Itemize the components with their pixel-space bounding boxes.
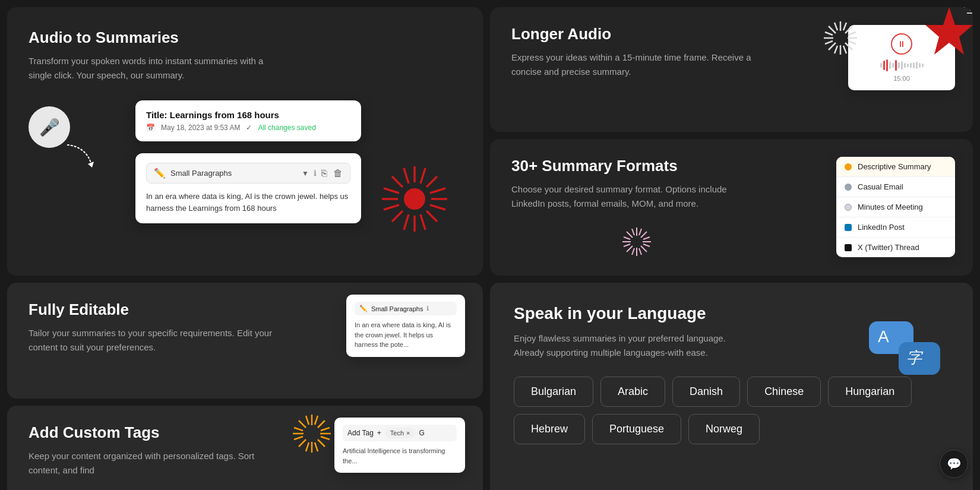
chevron-down-icon: ▼ [302, 169, 309, 178]
audio-summaries-title: Audio to Summaries [29, 29, 461, 47]
lang-badge-chinese[interactable]: Chinese [747, 377, 821, 407]
svg-line-33 [843, 46, 846, 53]
format-dot-gray2 [845, 204, 852, 211]
burst-pink-decoration [621, 226, 653, 261]
svg-line-62 [306, 416, 309, 425]
tag-close-icon[interactable]: × [406, 429, 410, 437]
svg-point-1 [404, 188, 425, 210]
translate-icon-group: A 字 [866, 312, 943, 386]
waveform [858, 59, 946, 71]
star-decoration [922, 7, 973, 60]
note-meta: 📅 May 18, 2023 at 9:53 AM ✓ All changes … [146, 124, 350, 132]
language-desc: Enjoy flawless summaries in your preferr… [514, 331, 751, 360]
format-item-linkedin[interactable]: LinkedIn Post [836, 217, 955, 238]
chat-icon: 💬 [947, 457, 962, 471]
svg-line-43 [641, 232, 647, 238]
svg-line-63 [315, 416, 318, 425]
lang-badge-portuguese[interactable]: Portuguese [592, 414, 681, 444]
svg-line-65 [315, 442, 318, 451]
starburst-white-decoration [821, 19, 860, 60]
format-dot-gray [845, 184, 852, 191]
format-minutes-label: Minutes of Meeting [858, 203, 923, 211]
fully-editable-card: Fully Editable Tailor your summaries to … [7, 283, 483, 399]
audio-summaries-card: Audio to Summaries Transform your spoken… [7, 7, 483, 276]
pencil-small-icon: ✏️ [359, 305, 368, 312]
svg-line-61 [318, 440, 325, 447]
svg-line-29 [845, 43, 852, 50]
svg-line-27 [845, 26, 852, 33]
svg-line-37 [848, 41, 856, 44]
summary-formats-title: 30+ Summary Formats [511, 157, 824, 175]
trash-icon[interactable]: 🗑 [333, 168, 343, 179]
svg-line-49 [639, 248, 641, 255]
tags-content-text: Artificial Intelligence is transforming … [343, 446, 457, 466]
editor-mock: ✏️ Small Paragraphs ℹ In an era where da… [346, 295, 465, 357]
fully-editable-desc: Tailor your summaries to your specific r… [29, 326, 278, 355]
svg-line-13 [421, 214, 425, 230]
burst-red-decoration [376, 160, 453, 240]
svg-line-14 [384, 188, 399, 193]
svg-line-15 [384, 205, 399, 210]
pause-button[interactable]: ⏸ [891, 33, 912, 55]
svg-line-34 [825, 32, 833, 35]
longer-audio-title: Longer Audio [511, 25, 836, 43]
lang-badge-bulgarian[interactable]: Bulgarian [514, 377, 593, 407]
summary-text: In an era where data is king, AI is the … [146, 191, 350, 214]
formats-dropdown: Descriptive Summary Casual Email Minutes… [836, 157, 955, 257]
add-tag-label: Add Tag [347, 429, 374, 437]
format-item-descriptive[interactable]: Descriptive Summary [836, 157, 955, 177]
svg-line-11 [421, 168, 425, 184]
svg-line-58 [299, 421, 306, 428]
longer-audio-card: Longer Audio Express your ideas within a… [490, 7, 973, 132]
svg-line-42 [627, 232, 633, 238]
editor-text: In an era where data is king, AI is the … [355, 320, 457, 350]
lang-badge-danish[interactable]: Danish [672, 377, 740, 407]
format-actions: ⎘ 🗑 [321, 168, 343, 179]
format-item-minutes[interactable]: Minutes of Meeting [836, 197, 955, 217]
svg-line-60 [299, 440, 306, 447]
format-casual-label: Casual Email [858, 182, 903, 191]
format-descriptive-label: Descriptive Summary [858, 162, 931, 171]
info-icon: ℹ [314, 169, 317, 178]
note-date: May 18, 2023 at 9:53 AM [161, 124, 240, 132]
svg-line-16 [430, 188, 445, 193]
check-icon: ✓ [246, 124, 252, 132]
lang-badge-arabic[interactable]: Arabic [600, 377, 665, 407]
svg-line-6 [392, 176, 403, 187]
lang-badge-norwegian[interactable]: Norweg [688, 414, 760, 444]
svg-line-7 [426, 176, 437, 187]
svg-line-44 [627, 246, 633, 252]
svg-line-8 [392, 211, 403, 222]
custom-tags-desc: Keep your content organized with persona… [29, 449, 278, 478]
svg-line-12 [404, 214, 409, 230]
format-selector[interactable]: ✏️ Small Paragraphs ▼ ℹ ⎘ 🗑 [146, 163, 350, 184]
svg-line-35 [825, 41, 833, 44]
format-linkedin-label: LinkedIn Post [858, 223, 905, 232]
mic-icon: 🎤 [39, 118, 60, 137]
svg-line-28 [829, 43, 836, 50]
svg-line-66 [294, 428, 303, 431]
format-item-casual[interactable]: Casual Email [836, 177, 955, 197]
summary-formats-desc: Choose your desired summary format. Opti… [511, 182, 761, 211]
svg-line-50 [624, 237, 630, 239]
editor-format-label: Small Paragraphs [371, 305, 423, 312]
plus-icon: + [377, 429, 381, 437]
note-title: Title: Learnings from 168 hours [146, 110, 350, 120]
svg-text:字: 字 [906, 349, 924, 366]
format-label: Small Paragraphs [170, 169, 297, 178]
format-item-twitter[interactable]: X (Twitter) Thread [836, 238, 955, 257]
editor-format-bar: ✏️ Small Paragraphs ℹ [355, 302, 457, 315]
svg-line-53 [643, 244, 650, 246]
tags-add-bar: Add Tag + Tech × G [343, 425, 457, 441]
note-saved: All changes saved [258, 124, 315, 132]
svg-line-64 [306, 442, 309, 451]
format-dot-black [845, 244, 852, 251]
svg-line-67 [294, 437, 303, 440]
chat-button[interactable]: 💬 [940, 450, 968, 478]
svg-line-47 [639, 229, 641, 235]
copy-icon[interactable]: ⎘ [321, 168, 327, 179]
svg-line-20 [970, 7, 973, 10]
format-dot-yellow [845, 163, 852, 170]
lang-badge-hebrew[interactable]: Hebrew [514, 414, 585, 444]
svg-marker-0 [88, 162, 94, 167]
